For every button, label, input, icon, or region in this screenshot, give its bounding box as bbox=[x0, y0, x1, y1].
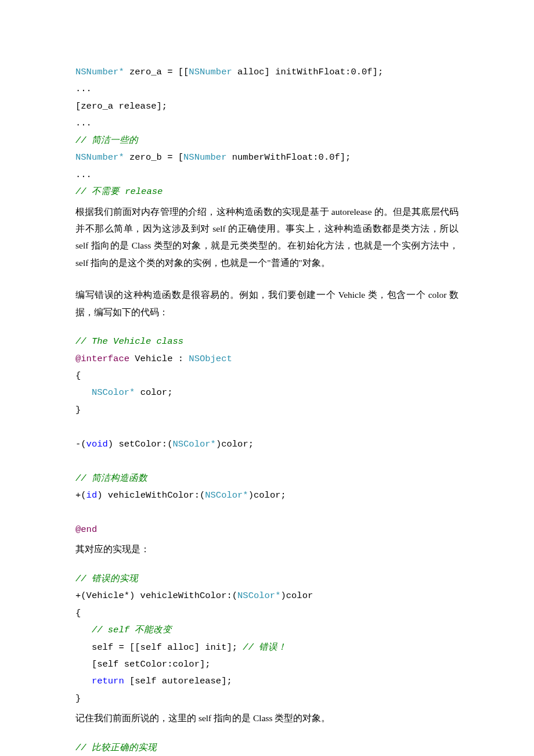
code-comment: // The Vehicle class bbox=[75, 336, 183, 347]
code-line: return [self autorelease]; bbox=[75, 673, 459, 690]
code-token: NSColor* bbox=[237, 591, 280, 601]
code-token: )color; bbox=[216, 439, 254, 449]
code-token: NSNumber bbox=[189, 67, 232, 77]
code-block-4: // 比较正确的实现 bbox=[75, 740, 459, 756]
code-token: NSColor* bbox=[92, 387, 135, 398]
code-line bbox=[75, 453, 459, 470]
code-token: +( bbox=[75, 490, 86, 501]
code-token: NSObject bbox=[189, 354, 232, 364]
code-token: NSColor* bbox=[205, 490, 248, 501]
code-token bbox=[75, 625, 92, 635]
paragraph-4: 记住我们前面所说的，这里的 self 指向的是 Class 类型的对象。 bbox=[75, 710, 459, 726]
code-token: alloc] initWithFloat:0.0f]; bbox=[232, 67, 383, 77]
code-token: NSNumber* bbox=[75, 67, 124, 77]
code-line bbox=[75, 419, 459, 435]
code-token: zero_b = [ bbox=[124, 152, 183, 163]
code-line bbox=[75, 505, 459, 521]
code-comment: // 简洁一些的 bbox=[75, 135, 138, 146]
code-line: // self 不能改变 bbox=[75, 622, 459, 639]
code-line: // 不需要 release bbox=[75, 183, 459, 200]
code-token: )color; bbox=[248, 490, 286, 501]
code-token: )color bbox=[280, 591, 313, 601]
code-line: { bbox=[75, 368, 459, 384]
code-keyword: void bbox=[86, 439, 108, 449]
code-token bbox=[75, 676, 92, 686]
code-token: numberWithFloat:0.0f]; bbox=[226, 152, 351, 163]
code-block-1: NSNumber* zero_a = [[NSNumber alloc] ini… bbox=[75, 64, 459, 81]
code-line: self = [[self alloc] init]; // 错误！ bbox=[75, 639, 459, 656]
code-line: // 简洁构造函数 bbox=[75, 470, 459, 487]
code-token: color; bbox=[135, 387, 172, 398]
paragraph-1: 根据我们前面对内存管理的介绍，这种构造函数的实现是基于 autorelease … bbox=[75, 203, 459, 272]
code-line: ... bbox=[75, 167, 459, 183]
code-keyword: @end bbox=[75, 524, 97, 535]
code-line: [zero_a release]; bbox=[75, 98, 459, 115]
code-keyword: @interface bbox=[75, 354, 129, 364]
code-comment: // 简洁构造函数 bbox=[75, 473, 147, 484]
code-token: Vehicle : bbox=[129, 354, 189, 364]
code-line: @interface Vehicle : NSObject bbox=[75, 351, 459, 368]
code-line: @end bbox=[75, 521, 459, 538]
paragraph-3: 其对应的实现是： bbox=[75, 541, 459, 557]
code-token: NSColor* bbox=[172, 439, 215, 449]
code-line: ... bbox=[75, 81, 459, 98]
code-comment: // 比较正确的实现 bbox=[75, 743, 157, 753]
code-comment: // self 不能改变 bbox=[92, 625, 172, 635]
code-comment: // 不需要 release bbox=[75, 186, 163, 197]
paragraph-2: 编写错误的这种构造函数是很容易的。例如，我们要创建一个 Vehicle 类，包含… bbox=[75, 286, 459, 321]
code-comment: // 错误！ bbox=[243, 642, 287, 653]
code-token: ) vehicleWithColor:( bbox=[97, 490, 205, 501]
code-token: +(Vehicle*) vehicleWithColor:( bbox=[75, 591, 237, 601]
code-token: self = [[self alloc] init]; bbox=[75, 642, 243, 653]
code-line: -(void) setColor:(NSColor*)color; bbox=[75, 436, 459, 453]
code-line: [self setColor:color]; bbox=[75, 656, 459, 673]
code-line: // 简洁一些的 bbox=[75, 132, 459, 149]
code-block-3: // 错误的实现 bbox=[75, 571, 459, 588]
code-keyword: id bbox=[86, 490, 98, 501]
code-keyword: return bbox=[92, 676, 124, 686]
code-token: NSNumber* bbox=[75, 152, 124, 163]
code-block-2: // The Vehicle class bbox=[75, 333, 459, 350]
code-line: +(Vehicle*) vehicleWithColor:(NSColor*)c… bbox=[75, 588, 459, 604]
code-token: ) setColor:( bbox=[108, 439, 173, 449]
code-token: [self autorelease]; bbox=[124, 676, 232, 686]
code-token bbox=[75, 387, 92, 398]
code-token: NSNumber bbox=[183, 152, 226, 163]
code-line: ... bbox=[75, 115, 459, 132]
code-line: NSColor* color; bbox=[75, 384, 459, 401]
code-comment: // 错误的实现 bbox=[75, 574, 138, 584]
code-token: zero_a = [[ bbox=[124, 67, 189, 77]
code-line: } bbox=[75, 402, 459, 419]
code-line: +(id) vehicleWithColor:(NSColor*)color; bbox=[75, 487, 459, 504]
code-line: } bbox=[75, 690, 459, 707]
code-token: -( bbox=[75, 439, 86, 449]
code-line: { bbox=[75, 605, 459, 622]
code-line: NSNumber* zero_b = [NSNumber numberWithF… bbox=[75, 149, 459, 166]
